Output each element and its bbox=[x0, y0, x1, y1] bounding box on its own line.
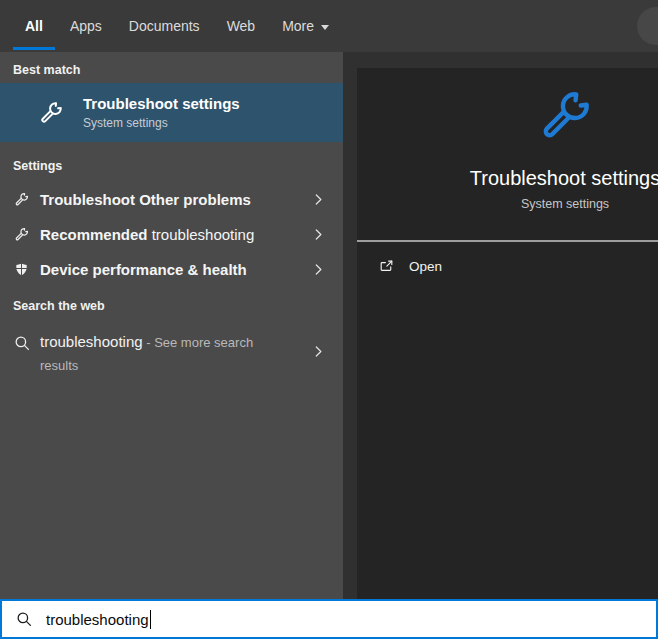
search-icon bbox=[13, 334, 31, 352]
best-match-result-troubleshoot-settings[interactable]: Troubleshoot settings System settings bbox=[0, 83, 343, 142]
preview-title: Troubleshoot settings bbox=[357, 167, 658, 190]
web-result-label: troubleshooting - See more search result… bbox=[40, 331, 290, 377]
preview-divider bbox=[357, 240, 658, 242]
best-match-header: Best match bbox=[0, 52, 343, 83]
wrench-icon bbox=[37, 99, 65, 127]
settings-section-header: Settings bbox=[0, 142, 343, 182]
result-web-search-troubleshooting[interactable]: troubleshooting - See more search result… bbox=[0, 324, 343, 378]
open-action-button[interactable]: Open bbox=[378, 253, 442, 279]
best-match-text: Troubleshoot settings System settings bbox=[83, 95, 240, 130]
search-input[interactable]: troubleshooting bbox=[0, 599, 658, 639]
web-section-header: Search the web bbox=[0, 287, 343, 324]
wrench-icon bbox=[534, 85, 596, 147]
open-external-icon bbox=[378, 258, 395, 275]
text-caret bbox=[150, 610, 152, 629]
result-device-performance-health[interactable]: Device performance & health bbox=[0, 252, 343, 287]
chevron-right-icon[interactable] bbox=[311, 192, 326, 207]
search-input-value: troubleshooting bbox=[46, 611, 149, 628]
best-match-subtitle: System settings bbox=[83, 116, 240, 130]
tab-more-label: More bbox=[282, 18, 314, 34]
result-label: Device performance & health bbox=[40, 261, 247, 278]
tab-web-label: Web bbox=[227, 18, 256, 34]
tab-apps-label: Apps bbox=[70, 18, 102, 34]
result-label-bold: Recommended bbox=[40, 226, 152, 243]
result-label-regular: troubleshooting bbox=[152, 226, 255, 243]
result-label: Troubleshoot Other problems bbox=[40, 191, 251, 208]
wrench-icon bbox=[13, 191, 30, 208]
tab-web[interactable]: Web bbox=[227, 0, 256, 52]
chevron-right-icon[interactable] bbox=[311, 344, 326, 359]
preview-panel: Troubleshoot settings System settings Op… bbox=[357, 68, 658, 599]
preview-subtitle: System settings bbox=[357, 197, 658, 211]
preview-content: Troubleshoot settings System settings bbox=[357, 68, 658, 211]
search-icon bbox=[15, 610, 33, 628]
best-match-title: Troubleshoot settings bbox=[83, 95, 240, 112]
tab-more[interactable]: More bbox=[282, 0, 329, 52]
result-troubleshoot-other-problems[interactable]: Troubleshoot Other problems bbox=[0, 182, 343, 217]
result-recommended-troubleshooting[interactable]: Recommended troubleshooting bbox=[0, 217, 343, 252]
result-label-bold: Device performance & health bbox=[40, 261, 247, 278]
chevron-right-icon[interactable] bbox=[311, 227, 326, 242]
tab-documents[interactable]: Documents bbox=[129, 0, 200, 52]
chevron-right-icon[interactable] bbox=[311, 262, 326, 277]
wrench-icon bbox=[13, 226, 30, 243]
tab-documents-label: Documents bbox=[129, 18, 200, 34]
open-action-label: Open bbox=[409, 259, 442, 274]
search-filter-tabs: All Apps Documents Web More bbox=[0, 0, 658, 52]
tab-apps[interactable]: Apps bbox=[70, 0, 102, 52]
result-label-bold: Troubleshoot Other problems bbox=[40, 191, 251, 208]
top-right-circle bbox=[637, 7, 658, 45]
shield-icon bbox=[13, 261, 30, 278]
search-results-panel: Best match Troubleshoot settings System … bbox=[0, 52, 343, 599]
web-query-text: troubleshooting bbox=[40, 333, 143, 350]
chevron-down-icon bbox=[321, 25, 329, 30]
tab-all[interactable]: All bbox=[25, 0, 43, 52]
result-label: Recommended troubleshooting bbox=[40, 226, 254, 243]
tab-all-label: All bbox=[25, 18, 43, 34]
